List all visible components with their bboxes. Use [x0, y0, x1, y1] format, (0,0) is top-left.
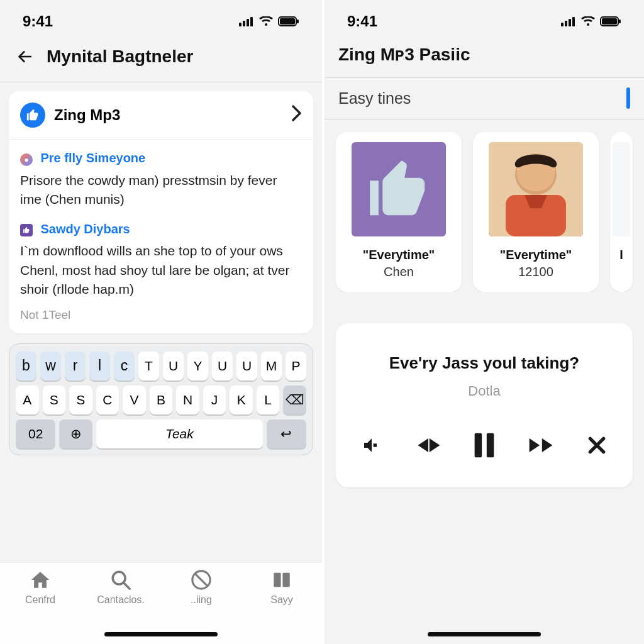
search-icon	[110, 569, 131, 591]
like-icon	[20, 103, 45, 128]
tab-label: Cantaclos.	[97, 594, 145, 606]
cellular-icon	[239, 16, 254, 26]
next-button[interactable]	[524, 428, 558, 462]
shuffle-button[interactable]	[355, 428, 389, 462]
section-title: Easy tines	[338, 89, 411, 108]
app-row-title: Zing Mp3	[54, 106, 283, 124]
tile-title: I	[613, 248, 630, 262]
track-tile[interactable]: "Everytime" Chen	[336, 132, 462, 292]
feed-item[interactable]: ● Pre flly Simeyone Prisore the cowdy ma…	[20, 151, 302, 209]
key[interactable]: A	[16, 386, 39, 414]
key[interactable]: J	[203, 386, 226, 414]
feed-item[interactable]: Sawdy Diybars I`m downflood wills an she…	[20, 222, 302, 299]
feed-item-label: Pre flly Simeyone	[40, 151, 145, 165]
player-controls	[350, 428, 619, 462]
svg-rect-0	[239, 23, 242, 26]
key[interactable]: S	[69, 386, 92, 414]
battery-icon	[278, 16, 299, 26]
divider	[0, 82, 322, 82]
key[interactable]: V	[123, 386, 146, 414]
tab-library[interactable]: Sayy	[247, 569, 316, 640]
svg-rect-2	[247, 19, 249, 26]
divider	[9, 139, 313, 140]
svg-rect-24	[475, 433, 482, 457]
tile-title: "Everytime"	[482, 248, 590, 262]
home-indicator	[428, 632, 541, 636]
thumbs-up-icon	[26, 108, 40, 122]
key[interactable]: K	[230, 386, 253, 414]
cellular-icon	[561, 16, 576, 26]
svg-rect-25	[487, 433, 494, 457]
key[interactable]: T	[138, 352, 159, 380]
left-screen: 9:41 Mynital Bagtneler Zing Mp3	[0, 0, 322, 644]
feed-footer: Not 1Teel	[20, 308, 302, 322]
svg-rect-19	[619, 19, 621, 23]
track-title: Eve'ry Jass youl taking?	[350, 353, 619, 373]
key[interactable]: S	[43, 386, 66, 414]
tile-title: "Everytime"	[345, 248, 453, 262]
home-indicator	[104, 632, 218, 636]
track-artist: Dotla	[350, 383, 619, 399]
avatar-icon: ●	[20, 153, 33, 166]
thumbs-up-icon	[23, 226, 30, 234]
key[interactable]: U	[163, 352, 184, 380]
svg-rect-5	[280, 18, 295, 25]
status-bar: 9:41	[325, 0, 644, 34]
key[interactable]: C	[96, 386, 119, 414]
key[interactable]: M	[261, 352, 282, 380]
key[interactable]: w	[40, 352, 61, 380]
play-pause-button[interactable]	[467, 428, 501, 462]
now-playing-card: Eve'ry Jass youl taking? Dotla	[336, 323, 633, 487]
status-time: 9:41	[347, 13, 377, 30]
app-row[interactable]: Zing Mp3	[20, 103, 302, 128]
svg-line-10	[195, 574, 208, 586]
tab-search[interactable]: Cantaclos.	[86, 569, 155, 640]
keyboard-row: A S S C V B N J K L ⌫	[16, 386, 306, 414]
tab-bar: Cenfrd Cantaclos. ..iing Sayy	[0, 562, 322, 644]
back-button[interactable]	[13, 44, 38, 69]
key[interactable]: B	[150, 386, 173, 414]
globe-key[interactable]: ⊕	[59, 419, 92, 448]
tile-thumb	[489, 142, 583, 236]
backspace-key[interactable]: ⌫	[283, 386, 306, 414]
eraser-icon	[626, 87, 630, 109]
prev-button[interactable]	[411, 428, 445, 462]
svg-rect-1	[243, 21, 245, 26]
edit-button[interactable]	[626, 89, 630, 108]
tiles-carousel[interactable]: "Everytime" Chen "Everytime" 12100 I	[325, 132, 644, 292]
skip-back-icon	[414, 431, 442, 459]
divider	[325, 119, 644, 119]
skip-forward-icon	[527, 431, 555, 459]
key[interactable]: U	[236, 352, 257, 380]
key[interactable]: Y	[187, 352, 208, 380]
status-time: 9:41	[23, 13, 53, 30]
svg-rect-13	[561, 23, 564, 26]
tab-label: ..iing	[191, 594, 212, 606]
tile-sub: Chen	[345, 265, 453, 279]
numbers-key[interactable]: 02	[16, 419, 55, 448]
wifi-icon	[581, 16, 595, 26]
key[interactable]: b	[16, 352, 36, 380]
tab-home[interactable]: Cenfrd	[6, 569, 75, 640]
key[interactable]: l	[89, 352, 110, 380]
track-tile[interactable]: "Everytime" 12100	[473, 132, 599, 292]
key[interactable]: c	[114, 352, 135, 380]
space-key[interactable]: Teak	[96, 419, 262, 448]
key[interactable]: r	[65, 352, 86, 380]
feed-item-body: I`m downflood wills an she top to of you…	[20, 242, 302, 299]
chevron-right-icon	[292, 105, 302, 126]
close-button[interactable]	[580, 428, 614, 462]
key[interactable]: N	[176, 386, 199, 414]
key[interactable]: U	[212, 352, 233, 380]
key[interactable]: P	[286, 352, 306, 380]
tile-sub: 12100	[482, 265, 590, 279]
battery-icon	[600, 16, 621, 26]
track-tile[interactable]: I	[610, 132, 633, 292]
tab-activity[interactable]: ..iing	[167, 569, 236, 640]
return-key[interactable]: ↩	[267, 419, 306, 448]
svg-rect-15	[569, 19, 571, 26]
speaker-icon	[362, 435, 382, 455]
thumbs-up-icon	[364, 155, 433, 224]
key[interactable]: L	[257, 386, 280, 414]
tab-label: Cenfrd	[25, 594, 55, 606]
